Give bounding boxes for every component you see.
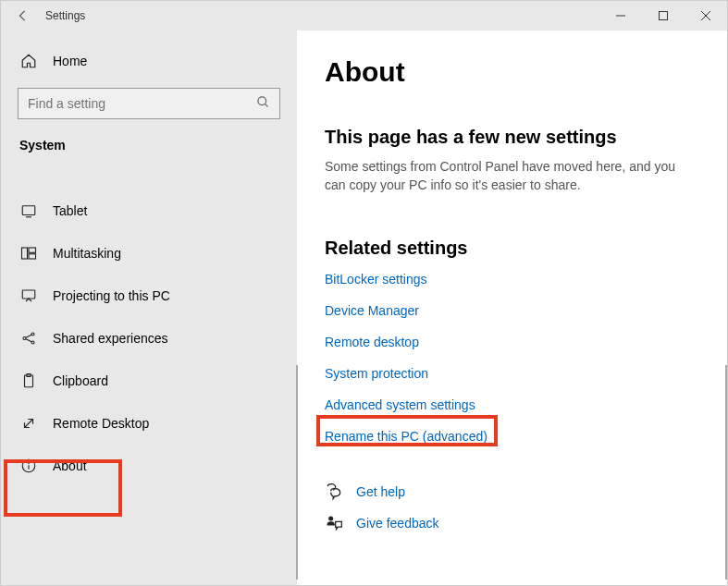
feedback-link: Give feedback (356, 516, 439, 531)
titlebar: Settings (1, 1, 727, 31)
svg-point-13 (31, 333, 34, 336)
nav-list: Tablet Multitasking Projecting to this P… (1, 167, 297, 487)
svg-rect-6 (22, 206, 35, 215)
svg-rect-10 (29, 254, 36, 259)
close-button[interactable] (685, 1, 727, 31)
related-links: BitLocker settings Device Manager Remote… (325, 272, 699, 444)
sidebar-item-label: Multitasking (53, 246, 121, 261)
svg-point-22 (28, 462, 29, 463)
sidebar-item-label: Tablet (53, 203, 87, 218)
related-heading: Related settings (325, 238, 699, 259)
sidebar-item-clipboard[interactable]: Clipboard (1, 360, 297, 402)
clipboard-icon (19, 372, 38, 389)
link-remote-desktop[interactable]: Remote desktop (325, 335, 699, 349)
scrollbar-right[interactable] (725, 365, 727, 580)
group-label: System (1, 132, 297, 167)
sidebar-item-multitasking[interactable]: Multitasking (1, 232, 297, 275)
sidebar-item-label: Projecting to this PC (53, 288, 170, 303)
scrollbar-content-left (296, 365, 298, 580)
svg-rect-11 (22, 290, 35, 299)
get-help-link: Get help (356, 484, 405, 499)
get-help-row[interactable]: Get help (325, 482, 699, 501)
link-bitlocker[interactable]: BitLocker settings (325, 272, 699, 287)
svg-line-5 (265, 104, 267, 106)
minimize-button[interactable] (599, 1, 642, 31)
window-title: Settings (45, 9, 85, 22)
svg-line-15 (26, 335, 31, 337)
sidebar-item-about[interactable]: About (1, 445, 297, 487)
svg-rect-9 (29, 248, 36, 252)
maximize-button[interactable] (642, 1, 685, 31)
sidebar-item-label: Clipboard (53, 373, 108, 388)
svg-line-16 (26, 339, 31, 342)
search-input[interactable] (18, 88, 280, 119)
projecting-icon (19, 287, 38, 304)
subheading: This page has a few new settings (325, 127, 699, 148)
sidebar-item-remote[interactable]: Remote Desktop (1, 402, 297, 445)
sidebar-item-projecting[interactable]: Projecting to this PC (1, 275, 297, 317)
tablet-icon (19, 202, 38, 219)
link-device-manager[interactable]: Device Manager (325, 303, 699, 318)
multitasking-icon (19, 245, 38, 262)
svg-rect-8 (22, 248, 28, 259)
home-button[interactable]: Home (1, 42, 297, 80)
svg-point-23 (328, 516, 333, 520)
page-title: About (325, 56, 699, 88)
sidebar-item-label: Shared experiences (53, 331, 168, 346)
link-advanced-system-settings[interactable]: Advanced system settings (325, 397, 699, 412)
sidebar-item-label: About (53, 458, 87, 473)
sidebar: Home System Tablet (1, 31, 297, 585)
svg-point-4 (258, 96, 266, 104)
sidebar-item-tablet[interactable]: Tablet (1, 189, 297, 232)
sidebar-item-label: Remote Desktop (53, 416, 149, 431)
svg-point-14 (31, 341, 34, 344)
search-icon (256, 95, 270, 113)
link-system-protection[interactable]: System protection (325, 366, 699, 381)
remote-icon (19, 415, 38, 432)
svg-rect-1 (660, 12, 668, 20)
about-icon (19, 458, 38, 474)
back-button[interactable] (8, 1, 38, 31)
feedback-row[interactable]: Give feedback (325, 514, 699, 532)
home-label: Home (53, 54, 87, 68)
home-icon (19, 53, 38, 69)
feedback-icon (325, 514, 343, 532)
sidebar-item-shared[interactable]: Shared experiences (1, 317, 297, 360)
shared-icon (19, 330, 38, 347)
svg-line-19 (25, 420, 33, 428)
link-rename-pc[interactable]: Rename this PC (advanced) (325, 429, 699, 444)
content: About This page has a few new settings S… (297, 31, 727, 585)
description: Some settings from Control Panel have mo… (325, 157, 695, 195)
get-help-icon (325, 482, 343, 501)
svg-point-12 (23, 337, 26, 340)
